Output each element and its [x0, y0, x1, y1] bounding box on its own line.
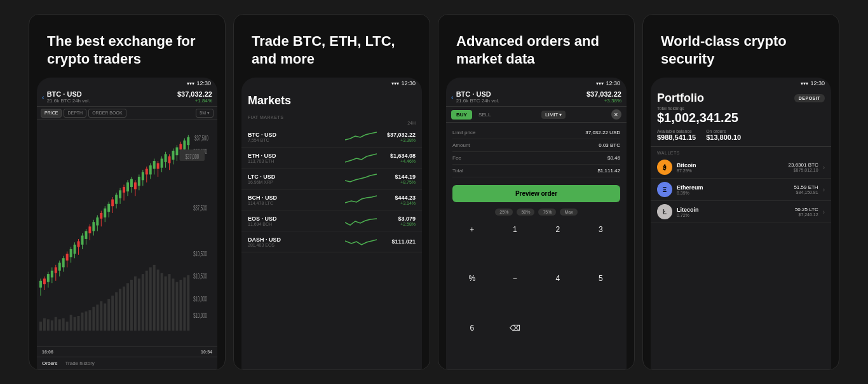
svg-rect-121: [183, 141, 186, 149]
ethereum-chevron-right-icon: ›: [823, 186, 825, 193]
svg-rect-31: [142, 274, 144, 331]
svg-rect-95: [134, 182, 137, 189]
portfolio-title: Portfolio: [657, 92, 704, 105]
market-price-block-dash: $111.021: [381, 238, 416, 245]
tab-depth[interactable]: DEPTH: [64, 109, 86, 118]
on-orders-block: On orders $13,800.10: [706, 129, 741, 141]
market-row-bch[interactable]: BCH · USD 114,478 LTC $444.23 +3.14%: [241, 189, 422, 210]
market-price-block-bch: $444.23 +3.14%: [381, 195, 416, 205]
sparkline-bch: [345, 193, 377, 207]
svg-rect-15: [81, 313, 84, 331]
numpad-plus[interactable]: +: [451, 221, 493, 238]
numpad-2[interactable]: 2: [537, 221, 579, 238]
order-back-arrow[interactable]: ‹: [451, 93, 454, 101]
bitcoin-pct: 87.29%: [677, 168, 784, 173]
buy-button[interactable]: BUY: [451, 110, 472, 120]
market-row-eos[interactable]: EOS · USD 11,694 BCH $3.079 +2.58%: [241, 210, 422, 231]
numpad-1[interactable]: 1: [494, 221, 536, 238]
numpad-6[interactable]: 6: [451, 319, 493, 337]
ethereum-info: Ethereum 8.39%: [677, 184, 789, 195]
chart-header-left: ‹ BTC · USD 21.6k BTC 24h vol.: [42, 90, 90, 104]
time-label-end: 10:54: [201, 350, 212, 354]
back-arrow-icon[interactable]: ‹: [42, 93, 44, 101]
market-price-eos: $3.079: [381, 216, 416, 222]
svg-rect-29: [134, 277, 137, 331]
svg-rect-69: [85, 231, 87, 238]
status-bar-1: ▾▾▾ 12:30: [37, 78, 217, 88]
status-icons-3: ▾▾▾: [596, 81, 604, 86]
market-row-info-eos: EOS · USD 11,694 BCH: [248, 216, 341, 226]
pct-50-button[interactable]: 50%: [517, 209, 534, 216]
order-controls: BUY SELL LIMIT ▾ ✕: [446, 107, 627, 123]
wallet-row-eth[interactable]: Ξ Ethereum 8.39% 51.59 ETH $84,150.81 ›: [651, 179, 831, 201]
numpad-3[interactable]: 3: [580, 221, 622, 238]
pct-max-button[interactable]: Max: [560, 209, 577, 216]
svg-rect-43: [187, 275, 189, 331]
litecoin-pct: 0.72%: [677, 213, 790, 217]
svg-rect-6: [47, 319, 50, 331]
numpad-backspace[interactable]: ⌫: [494, 319, 536, 337]
status-bar-4: ▾▾▾ 12:30: [651, 78, 831, 88]
market-pair-dash: DASH · USD: [248, 237, 341, 243]
market-price-eth: $1,634.08: [381, 153, 416, 159]
market-change-eos: +2.58%: [381, 222, 416, 226]
market-row-dash[interactable]: DASH · USD 281,403 EOS $111.021: [241, 231, 422, 252]
order-fields: Limit price 37,032.22 USD Amount 0.03 BT…: [446, 123, 627, 181]
tab-orderbook[interactable]: ORDER BOOK: [88, 109, 126, 118]
market-pair-bch: BCH · USD: [248, 195, 341, 201]
bitcoin-chevron-right-icon: ›: [823, 164, 825, 171]
numpad-minus[interactable]: −: [494, 270, 536, 287]
numpad-percent[interactable]: %: [451, 270, 493, 287]
bitcoin-info: Bitcoin 87.29%: [677, 162, 784, 173]
svg-rect-28: [130, 280, 133, 331]
limit-button[interactable]: LIMIT ▾: [541, 111, 566, 119]
chart-area: $37,000 $37,500 $10,500 $10,000: [37, 120, 217, 346]
litecoin-info: Litecoin 0.72%: [677, 207, 790, 217]
markets-header: Markets: [241, 88, 422, 113]
order-field-total: Total $1,111.42: [452, 165, 620, 177]
ethereum-amount-block: 51.59 ETH $84,150.81: [794, 184, 818, 195]
phone-mockup-markets: ▾▾▾ 12:30 Markets FIAT MARKETS 24H BTC ·…: [241, 78, 422, 369]
market-vol-btc: 7,554 BTC: [248, 138, 341, 142]
numpad-5[interactable]: 5: [580, 270, 622, 287]
wallet-row-btc[interactable]: ₿ Bitcoin 87.29% 23.6301 BTC $875,012.10…: [651, 156, 831, 179]
svg-rect-107: [157, 163, 159, 169]
svg-rect-81: [107, 204, 110, 212]
market-row-eth[interactable]: ETH · USD 113,703 ETH $1,634.08 +4.46%: [241, 147, 422, 168]
market-price-dash: $111.021: [381, 238, 416, 245]
numpad-4[interactable]: 4: [537, 270, 579, 287]
total-label: Total: [452, 168, 463, 174]
chart-tabs: PRICE DEPTH ORDER BOOK 5M ▾: [37, 107, 217, 120]
nav-trade-history[interactable]: Trade history: [65, 360, 94, 366]
market-row-btc[interactable]: BTC · USD 7,554 BTC $37,032.22 +3.38%: [241, 127, 422, 147]
market-vol-dash: 281,403 EOS: [248, 243, 341, 247]
card-markets: Trade BTC, ETH, LTC, and more ▾▾▾ 12:30 …: [233, 14, 430, 370]
market-row-ltc[interactable]: LTC · USD 16.96M XRP $144.19 +8.75%: [241, 168, 422, 189]
on-orders-label: On orders: [706, 129, 741, 134]
limit-price-value: 37,032.22 USD: [585, 130, 620, 135]
market-vol-eos: 11,694 BCH: [248, 222, 341, 226]
sparkline-eth: [345, 151, 377, 165]
pct-25-button[interactable]: 25%: [495, 209, 513, 216]
status-bar-3: ▾▾▾ 12:30: [446, 78, 627, 88]
nav-orders[interactable]: Orders: [42, 360, 57, 366]
market-price-block-ltc: $144.19 +8.75%: [381, 174, 416, 184]
total-holdings-value: $1,002,341.25: [651, 111, 831, 129]
svg-rect-117: [175, 147, 178, 155]
tab-price[interactable]: PRICE: [41, 109, 62, 118]
card-orders-header: Advanced orders and market data: [438, 15, 634, 78]
fee-label: Fee: [452, 155, 461, 161]
deposit-button[interactable]: DEPOSIT: [794, 94, 825, 102]
sell-button[interactable]: SELL: [473, 110, 496, 120]
limit-price-label: Limit price: [452, 130, 475, 135]
wallet-row-ltc[interactable]: Ł Litecoin 0.72% 50.25 LTC $7,246.12 ›: [651, 201, 831, 223]
market-row-info-eth: ETH · USD 113,703 ETH: [248, 153, 341, 163]
preview-order-button[interactable]: Preview order: [452, 185, 620, 202]
pct-75-button[interactable]: 75%: [538, 209, 556, 216]
chart-change: +1.84%: [177, 98, 212, 104]
card-chart-header: The best exchange for crypto traders: [29, 15, 225, 78]
tab-timeframe[interactable]: 5M ▾: [196, 109, 214, 118]
close-order-button[interactable]: ✕: [611, 109, 621, 120]
cards-container: The best exchange for crypto traders ▾▾▾…: [16, 1, 852, 383]
card-portfolio-header: World-class crypto security: [643, 15, 839, 78]
